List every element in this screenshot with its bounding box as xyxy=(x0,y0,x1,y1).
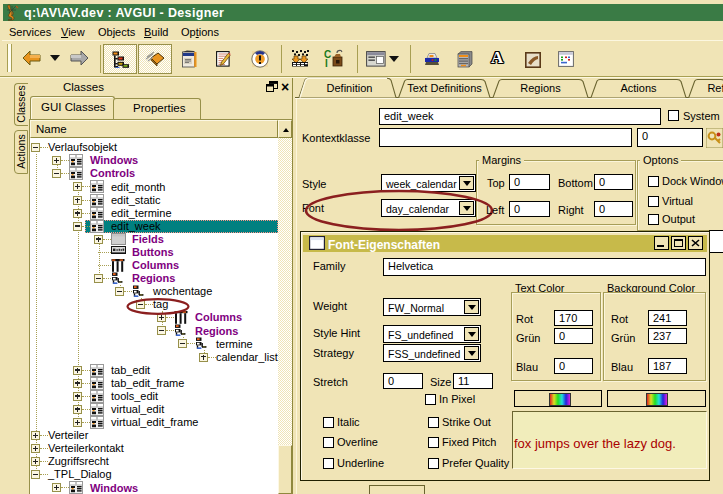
svg-text:Definition: Definition xyxy=(327,82,373,94)
svg-text:Regions: Regions xyxy=(520,82,561,94)
svg-text:Refe: Refe xyxy=(707,82,723,94)
svg-text:I: I xyxy=(325,58,328,68)
svg-text:Actions: Actions xyxy=(620,82,657,94)
svg-text:Text Definitions: Text Definitions xyxy=(407,82,482,94)
